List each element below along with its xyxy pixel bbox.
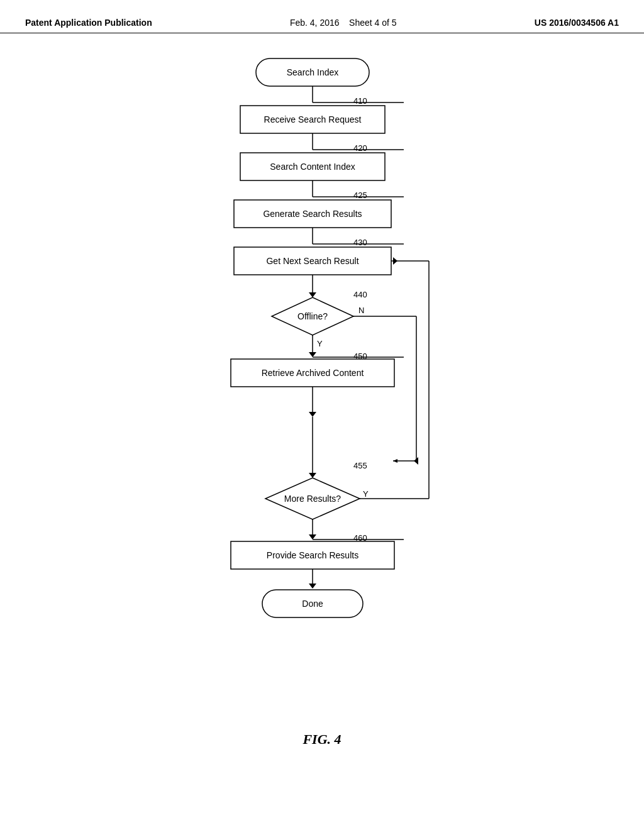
- node-search-index: Search Index: [287, 67, 339, 77]
- node-get-next-search-result: Get Next Search Result: [266, 256, 358, 266]
- svg-marker-29: [309, 473, 316, 478]
- svg-marker-35: [309, 534, 316, 540]
- svg-marker-14: [309, 292, 316, 297]
- svg-marker-25: [309, 412, 316, 417]
- step-label-410: 410: [353, 96, 367, 106]
- publication-date: Feb. 4, 2016: [290, 18, 340, 28]
- svg-marker-39: [309, 584, 316, 589]
- step-label-420: 420: [353, 143, 367, 153]
- publication-date-sheet: Feb. 4, 2016 Sheet 4 of 5: [290, 18, 397, 28]
- branch-y-label: Y: [317, 339, 323, 348]
- step-label-440: 440: [353, 290, 367, 299]
- node-receive-search-request: Receive Search Request: [264, 114, 362, 124]
- node-more-results-label: More Results?: [284, 494, 341, 504]
- branch-n-label: N: [358, 306, 364, 315]
- node-provide-search-results: Provide Search Results: [267, 550, 358, 560]
- node-retrieve-archived-content: Retrieve Archived Content: [262, 368, 364, 378]
- step-label-455: 455: [353, 461, 367, 470]
- flowchart-container: Search Index 410 Receive Search Request …: [0, 40, 644, 712]
- page-header: Patent Application Publication Feb. 4, 2…: [0, 0, 644, 33]
- node-generate-search-results: Generate Search Results: [263, 209, 362, 219]
- svg-marker-20: [309, 352, 316, 357]
- node-offline-label: Offline?: [297, 311, 328, 321]
- figure-label: FIG. 4: [0, 731, 644, 748]
- branch-y-more-label: Y: [363, 489, 369, 499]
- flowchart-svg: Search Index 410 Receive Search Request …: [158, 52, 486, 712]
- publication-title: Patent Application Publication: [25, 18, 152, 28]
- step-label-425: 425: [353, 191, 367, 200]
- step-label-430: 430: [353, 238, 367, 247]
- node-done: Done: [302, 599, 323, 609]
- patent-number: US 2016/0034506 A1: [535, 18, 619, 28]
- node-search-content-index: Search Content Index: [270, 162, 355, 172]
- sheet-info: Sheet 4 of 5: [349, 18, 397, 28]
